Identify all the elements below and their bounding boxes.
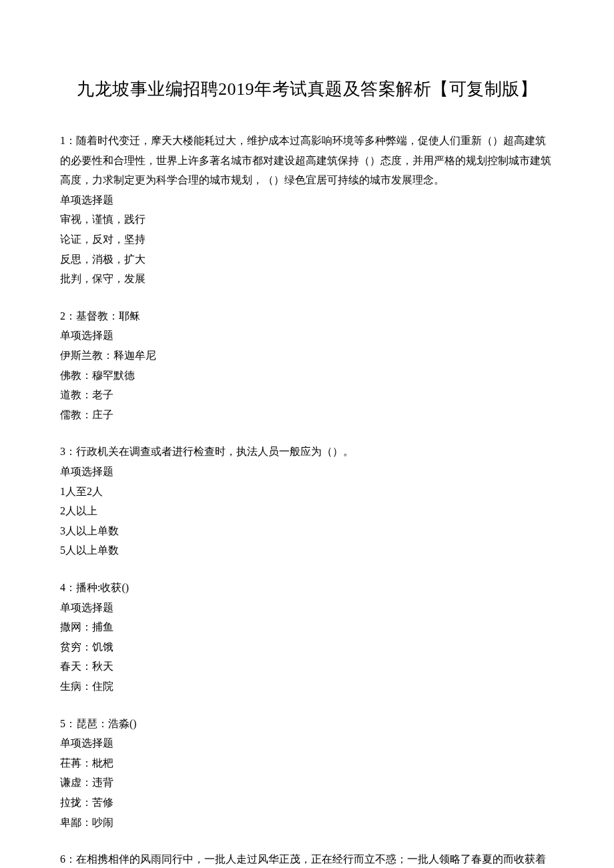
question-option: 儒教：庄子 bbox=[60, 405, 554, 425]
question-option: 卑鄙：吵闹 bbox=[60, 813, 554, 833]
question-option: 道教：老子 bbox=[60, 385, 554, 405]
question-type: 单项选择题 bbox=[60, 733, 554, 753]
question-stem: 4：播种:收获() bbox=[60, 578, 554, 598]
question-stem: 3：行政机关在调查或者进行检查时，执法人员一般应为（）。 bbox=[60, 442, 554, 462]
question-block: 5：琵琶：浩淼() 单项选择题 茌苒：枇杷 谦虚：违背 拉拢：苦修 卑鄙：吵闹 bbox=[60, 714, 554, 833]
question-option: 生病：住院 bbox=[60, 677, 554, 697]
question-option: 贫穷：饥饿 bbox=[60, 637, 554, 657]
question-option: 5人以上单数 bbox=[60, 540, 554, 560]
question-option: 伊斯兰教：释迦牟尼 bbox=[60, 346, 554, 366]
question-option: 3人以上单数 bbox=[60, 521, 554, 541]
question-block: 3：行政机关在调查或者进行检查时，执法人员一般应为（）。 单项选择题 1人至2人… bbox=[60, 442, 554, 560]
question-option: 茌苒：枇杷 bbox=[60, 753, 554, 773]
question-type: 单项选择题 bbox=[60, 190, 554, 210]
question-option: 审视，谨慎，践行 bbox=[60, 209, 554, 230]
question-option: 谦虚：违背 bbox=[60, 773, 554, 793]
document-page: 九龙坡事业编招聘2019年考试真题及答案解析【可复制版】 1：随着时代变迁，摩天… bbox=[0, 0, 614, 868]
question-option: 1人至2人 bbox=[60, 482, 554, 502]
question-option: 春天：秋天 bbox=[60, 657, 554, 677]
question-type: 单项选择题 bbox=[60, 598, 554, 618]
question-block: 4：播种:收获() 单项选择题 撒网：捕鱼 贫穷：饥饿 春天：秋天 生病：住院 bbox=[60, 578, 554, 697]
question-type: 单项选择题 bbox=[60, 326, 554, 346]
question-block: 2：基督教：耶稣 单项选择题 伊斯兰教：释迦牟尼 佛教：穆罕默德 道教：老子 儒… bbox=[60, 306, 554, 425]
question-option: 撒网：捕鱼 bbox=[60, 617, 554, 637]
question-option: 反思，消极，扩大 bbox=[60, 250, 554, 270]
question-stem: 1：随着时代变迁，摩天大楼能耗过大，维护成本过高影响环境等多种弊端，促使人们重新… bbox=[60, 131, 554, 190]
question-stem: 6：在相携相伴的风雨同行中，一批人走过风华正茂，正在经行而立不惑；一批人领略了春… bbox=[60, 849, 554, 868]
question-block: 6：在相携相伴的风雨同行中，一批人走过风华正茂，正在经行而立不惑；一批人领略了春… bbox=[60, 849, 554, 868]
question-option: 佛教：穆罕默德 bbox=[60, 366, 554, 386]
question-type: 单项选择题 bbox=[60, 462, 554, 482]
question-stem: 5：琵琶：浩淼() bbox=[60, 714, 554, 734]
question-option: 拉拢：苦修 bbox=[60, 793, 554, 813]
question-stem: 2：基督教：耶稣 bbox=[60, 306, 554, 326]
question-option: 2人以上 bbox=[60, 501, 554, 521]
question-option: 论证，反对，坚持 bbox=[60, 230, 554, 250]
question-block: 1：随着时代变迁，摩天大楼能耗过大，维护成本过高影响环境等多种弊端，促使人们重新… bbox=[60, 131, 554, 289]
question-option: 批判，保守，发展 bbox=[60, 269, 554, 289]
page-title: 九龙坡事业编招聘2019年考试真题及答案解析【可复制版】 bbox=[60, 73, 554, 105]
